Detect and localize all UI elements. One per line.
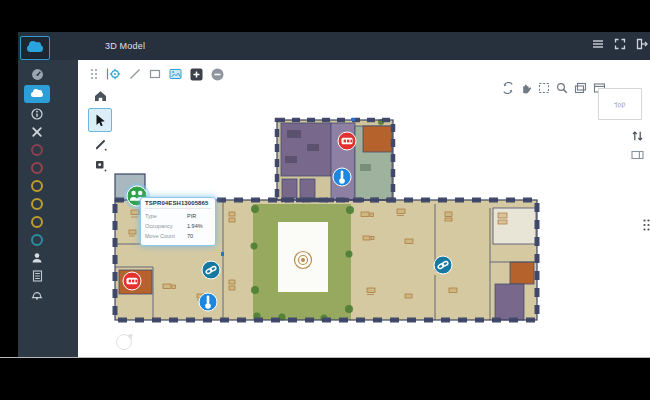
sync-icon[interactable]: [502, 82, 514, 94]
tooltip-row: Move Count 70: [145, 231, 211, 241]
ring-icon: [31, 234, 43, 246]
sidebar-item-status-red-2[interactable]: [28, 161, 46, 175]
room-orange-top: [363, 126, 392, 152]
view-cube-label: Top: [614, 99, 625, 108]
sidebar-item-tools[interactable]: [28, 125, 46, 139]
sidebar-item-status-yellow-2[interactable]: [28, 197, 46, 211]
snap-target-icon[interactable]: [106, 68, 121, 80]
tooltip-row: Occupancy 1.94%: [145, 221, 211, 231]
tools-icon: [31, 126, 43, 138]
sidebar-item-alerts[interactable]: [28, 287, 46, 301]
dashboard-icon: [31, 68, 44, 81]
menu-icon[interactable]: [592, 38, 604, 50]
ring-icon: [31, 180, 43, 192]
sensor-temperature-icon[interactable]: [333, 168, 351, 186]
room-purple-small: [282, 179, 297, 198]
sensor-alert-icon[interactable]: [123, 272, 141, 290]
page-title: 3D Model: [105, 41, 145, 51]
sidebar-item-model-viewer[interactable]: [24, 85, 50, 103]
sidebar-item-dashboard[interactable]: [28, 67, 46, 81]
sidebar-item-status-red-1[interactable]: [28, 143, 46, 157]
app-logo[interactable]: [20, 36, 50, 60]
home-icon: [94, 90, 107, 102]
sidebar-item-status-yellow-1[interactable]: [28, 179, 46, 193]
model-canvas[interactable]: Top: [78, 60, 650, 358]
zoom-window-icon[interactable]: [556, 82, 568, 94]
pan-hand-icon[interactable]: [520, 82, 532, 94]
ring-icon: [31, 198, 43, 210]
document-icon: [32, 270, 43, 282]
ring-icon: [31, 216, 43, 228]
fullscreen-icon[interactable]: [614, 38, 626, 50]
sensor-tooltip: TSPR04ESH13005865 Type PIR Occupancy 1.9…: [140, 197, 216, 246]
cloud-logo-icon: [27, 45, 43, 52]
letterbox-bottom: [0, 357, 650, 400]
sensor-link-icon[interactable]: [434, 256, 452, 274]
tooltip-row: Type PIR: [145, 211, 211, 221]
sidebar-item-status-yellow-3[interactable]: [28, 215, 46, 229]
zoom-in-icon[interactable]: [190, 68, 203, 81]
courtyard-plaza: [278, 222, 328, 292]
sidebar: [18, 60, 78, 358]
sensor-link-icon[interactable]: [202, 261, 220, 279]
view-toolbar: [502, 82, 606, 94]
line-tool-icon[interactable]: [129, 68, 141, 80]
user-icon: [31, 252, 43, 264]
marquee-select-icon[interactable]: [538, 82, 550, 94]
ring-icon: [31, 144, 43, 156]
sort-icon[interactable]: [631, 130, 644, 142]
cloud-icon: [31, 92, 43, 97]
sidebar-item-logs[interactable]: [28, 269, 46, 283]
sidebar-item-users[interactable]: [28, 251, 46, 265]
canvas-toolbar: [90, 66, 224, 82]
rectangle-tool-icon[interactable]: [149, 68, 161, 80]
tooltip-sensor-id: TSPR04ESH13005865: [145, 200, 211, 209]
room-purple-small: [300, 179, 315, 198]
panel-icon[interactable]: [631, 150, 644, 160]
exit-icon[interactable]: [636, 38, 648, 50]
ring-icon: [31, 162, 43, 174]
compass-icon[interactable]: [116, 334, 132, 350]
view-cube[interactable]: Top: [598, 88, 642, 120]
sensor-temperature-icon[interactable]: [199, 293, 217, 311]
zoom-out-icon[interactable]: [211, 68, 224, 81]
furniture-green-room: [360, 164, 371, 171]
home-view-button[interactable]: [94, 90, 107, 102]
right-rail: [631, 130, 644, 160]
image-layer-icon[interactable]: [169, 68, 182, 80]
bell-icon: [31, 288, 43, 300]
frame-restore-icon[interactable]: [574, 82, 587, 94]
sensor-alert-icon[interactable]: [338, 132, 356, 150]
sidebar-item-status-teal[interactable]: [28, 233, 46, 247]
info-icon: [31, 108, 43, 120]
app-window: 3D Model: [0, 0, 650, 400]
resize-dots-handle[interactable]: [642, 218, 650, 232]
letterbox-left: [0, 0, 18, 400]
sidebar-item-info[interactable]: [28, 107, 46, 121]
room-purple-bottom-right: [495, 284, 524, 320]
drag-handle-icon[interactable]: [90, 68, 98, 80]
room-orange-right: [510, 262, 534, 284]
